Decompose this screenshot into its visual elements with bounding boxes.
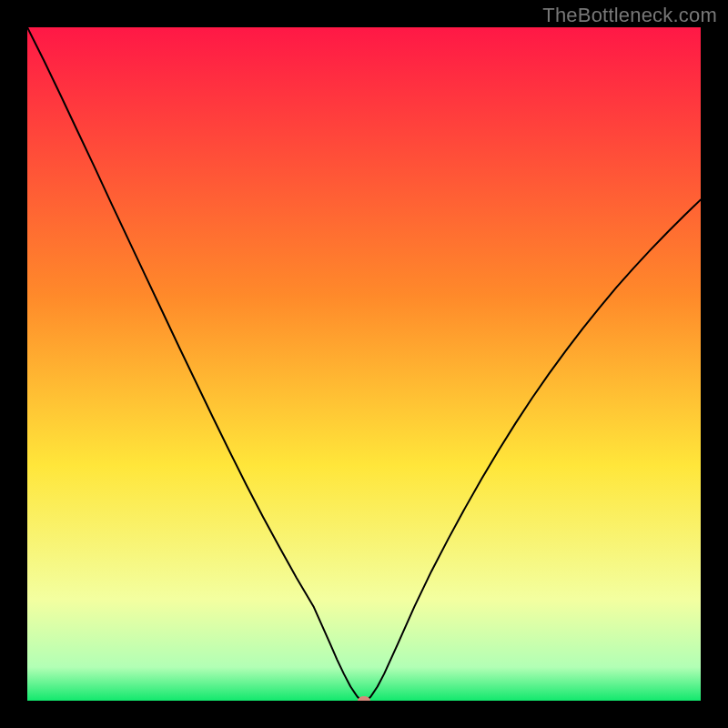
chart-frame: TheBottleneck.com [0, 0, 728, 728]
watermark-label: TheBottleneck.com [542, 4, 717, 27]
chart-background [27, 27, 701, 701]
chart-svg [27, 27, 701, 701]
chart-plot [27, 27, 701, 701]
